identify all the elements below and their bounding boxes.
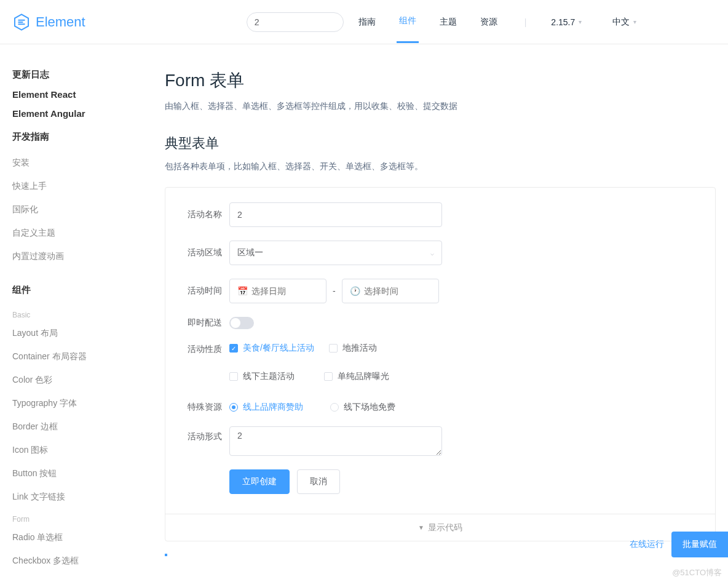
date-separator: - bbox=[333, 286, 336, 296]
time-input[interactable] bbox=[364, 286, 472, 296]
nature-label: 活动性质 bbox=[180, 343, 229, 355]
nav-component[interactable]: 组件 bbox=[397, 1, 419, 43]
chevron-down-icon: ▾ bbox=[579, 18, 582, 25]
sidebar-item-color[interactable]: Color 色彩 bbox=[12, 369, 165, 392]
sidebar-section-components: 组件 bbox=[12, 284, 165, 296]
form-row-delivery: 即时配送 bbox=[180, 317, 700, 329]
nav: 指南 组件 主题 资源 | 2.15.7 ▾ 中文 ▾ bbox=[356, 1, 637, 43]
progress-indicator bbox=[165, 554, 167, 556]
sidebar-item-customtheme[interactable]: 自定义主题 bbox=[12, 221, 165, 245]
sidebar-item-i18n[interactable]: 国际化 bbox=[12, 198, 165, 221]
calendar-icon: 📅 bbox=[237, 286, 248, 296]
region-label: 活动区域 bbox=[180, 247, 229, 258]
chevron-down-icon: ⌵ bbox=[430, 250, 434, 257]
time-picker[interactable]: 🕐 bbox=[342, 279, 439, 303]
container: 更新日志 Element React Element Angular 开发指南 … bbox=[0, 44, 728, 573]
nav-guide[interactable]: 指南 bbox=[356, 2, 378, 42]
caret-down-icon: ▼ bbox=[418, 524, 424, 531]
section-title: 典型表单 bbox=[165, 134, 716, 153]
resource-radio-1[interactable]: 线上品牌商赞助 bbox=[229, 402, 309, 413]
resource-label: 特殊资源 bbox=[180, 402, 229, 413]
main: Form 表单 由输入框、选择器、单选框、多选框等控件组成，用以收集、校验、提交… bbox=[165, 44, 716, 573]
desc-label: 活动形式 bbox=[180, 426, 229, 442]
page-title: Form 表单 bbox=[165, 69, 716, 92]
checkbox-icon bbox=[229, 372, 238, 381]
show-code-label: 显示代码 bbox=[428, 522, 462, 533]
desc-textarea[interactable] bbox=[229, 426, 442, 456]
form-row-nature: 活动性质 ✓ 美食/餐厅线上活动 地推活动 bbox=[180, 343, 700, 388]
delivery-switch[interactable] bbox=[229, 317, 254, 329]
sidebar-item-container[interactable]: Container 布局容器 bbox=[12, 345, 165, 369]
demo-body: 活动名称 活动区域 区域一 ⌵ bbox=[165, 188, 715, 514]
sidebar-item-checkbox[interactable]: Checkbox 多选框 bbox=[12, 549, 165, 573]
sidebar-item-radio[interactable]: Radio 单选框 bbox=[12, 526, 165, 549]
nature-checkbox-1[interactable]: ✓ 美食/餐厅线上活动 bbox=[229, 343, 314, 354]
name-label: 活动名称 bbox=[180, 209, 229, 220]
sidebar-item-icon[interactable]: Icon 图标 bbox=[12, 439, 165, 462]
form-row-name: 活动名称 bbox=[180, 202, 700, 227]
search-input[interactable] bbox=[247, 12, 344, 32]
sidebar-item-changelog[interactable]: 更新日志 bbox=[12, 69, 165, 81]
sidebar-item-border[interactable]: Border 边框 bbox=[12, 415, 165, 439]
checkbox-icon bbox=[329, 344, 338, 353]
nav-divider: | bbox=[524, 17, 527, 27]
delivery-label: 即时配送 bbox=[180, 317, 229, 329]
watermark: @51CTO博客 bbox=[672, 567, 722, 573]
sidebar-group-basic: Basic bbox=[12, 305, 165, 322]
clock-icon: 🕐 bbox=[350, 286, 360, 296]
sidebar-item-typography[interactable]: Typography 字体 bbox=[12, 392, 165, 415]
header: Element 指南 组件 主题 资源 | 2.15.7 ▾ 中文 ▾ bbox=[0, 0, 728, 44]
element-logo-icon bbox=[12, 13, 31, 31]
sidebar-item-transition[interactable]: 内置过渡动画 bbox=[12, 245, 165, 268]
nature-opt3-label: 线下主题活动 bbox=[243, 371, 295, 382]
sidebar-item-button[interactable]: Button 按钮 bbox=[12, 462, 165, 485]
form-row-region: 活动区域 区域一 ⌵ bbox=[180, 241, 700, 265]
time-label: 活动时间 bbox=[180, 285, 229, 297]
resource-opt1-label: 线上品牌商赞助 bbox=[243, 402, 303, 413]
nature-checkbox-2[interactable]: 地推活动 bbox=[329, 343, 409, 354]
sidebar-section-devguide: 开发指南 bbox=[12, 131, 165, 143]
name-input-wrapper bbox=[229, 202, 442, 227]
form-row-desc: 活动形式 bbox=[180, 426, 700, 456]
sidebar-item-angular[interactable]: Element Angular bbox=[12, 108, 165, 119]
version-label: 2.15.7 bbox=[551, 17, 575, 27]
submit-button[interactable]: 立即创建 bbox=[229, 469, 290, 494]
resource-radio-2[interactable]: 线下场地免费 bbox=[330, 402, 410, 413]
version-dropdown[interactable]: 2.15.7 ▾ bbox=[551, 17, 582, 27]
nature-checkbox-3[interactable]: 线下主题活动 bbox=[229, 371, 309, 382]
sidebar-item-layout[interactable]: Layout 布局 bbox=[12, 322, 165, 345]
search-box bbox=[247, 12, 344, 32]
language-label: 中文 bbox=[612, 17, 630, 28]
checkbox-icon: ✓ bbox=[229, 344, 238, 353]
nature-checkbox-4[interactable]: 单纯品牌曝光 bbox=[324, 371, 404, 382]
region-value: 区域一 bbox=[237, 247, 263, 258]
form-row-time: 活动时间 📅 - 🕐 bbox=[180, 279, 700, 303]
checkbox-icon bbox=[324, 372, 333, 381]
sidebar: 更新日志 Element React Element Angular 开发指南 … bbox=[12, 44, 165, 573]
online-run-link[interactable]: 在线运行 bbox=[630, 539, 664, 550]
sidebar-group-form: Form bbox=[12, 509, 165, 526]
radio-icon bbox=[229, 403, 238, 412]
float-actions: 在线运行 批量赋值 bbox=[630, 532, 728, 557]
demo-box: 活动名称 活动区域 区域一 ⌵ bbox=[165, 187, 716, 541]
chevron-down-icon: ▾ bbox=[633, 18, 636, 25]
form-row-resource: 特殊资源 线上品牌商赞助 线下场地免费 bbox=[180, 402, 700, 413]
radio-icon bbox=[330, 403, 339, 412]
batch-assign-button[interactable]: 批量赋值 bbox=[671, 532, 728, 557]
nature-opt1-label: 美食/餐厅线上活动 bbox=[243, 343, 314, 354]
date-picker[interactable]: 📅 bbox=[229, 279, 326, 303]
nav-resource[interactable]: 资源 bbox=[478, 2, 500, 42]
logo[interactable]: Element bbox=[12, 13, 85, 31]
sidebar-item-install[interactable]: 安装 bbox=[12, 151, 165, 175]
nav-theme[interactable]: 主题 bbox=[437, 2, 459, 42]
cancel-button[interactable]: 取消 bbox=[297, 469, 340, 494]
sidebar-item-link[interactable]: Link 文字链接 bbox=[12, 485, 165, 509]
sidebar-item-quickstart[interactable]: 快速上手 bbox=[12, 175, 165, 198]
name-input[interactable] bbox=[237, 210, 434, 220]
language-dropdown[interactable]: 中文 ▾ bbox=[612, 17, 636, 28]
region-select[interactable]: 区域一 ⌵ bbox=[229, 241, 442, 265]
sidebar-item-react[interactable]: Element React bbox=[12, 89, 165, 100]
nature-opt4-label: 单纯品牌曝光 bbox=[338, 371, 389, 382]
page-subtitle: 由输入框、选择器、单选框、多选框等控件组成，用以收集、校验、提交数据 bbox=[165, 101, 716, 112]
section-desc: 包括各种表单项，比如输入框、选择器、开关、单选框、多选框等。 bbox=[165, 161, 716, 172]
